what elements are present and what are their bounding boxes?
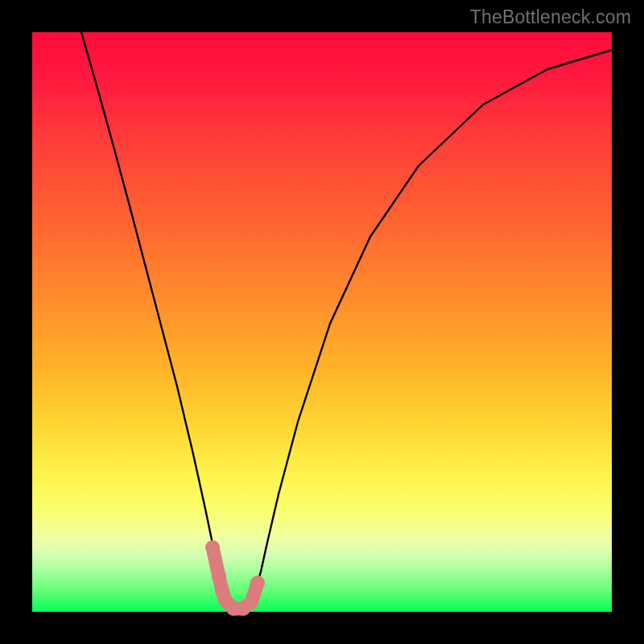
marker-dot xyxy=(250,576,265,590)
chart-frame: TheBottleneck.com xyxy=(0,0,644,644)
curve-layer xyxy=(32,32,612,612)
marker-dot xyxy=(212,569,226,584)
curve-path xyxy=(81,32,612,609)
plot-area xyxy=(32,32,612,612)
marker-dot xyxy=(205,540,220,555)
watermark-text: TheBottleneck.com xyxy=(470,6,631,28)
marker-dot xyxy=(244,595,258,609)
